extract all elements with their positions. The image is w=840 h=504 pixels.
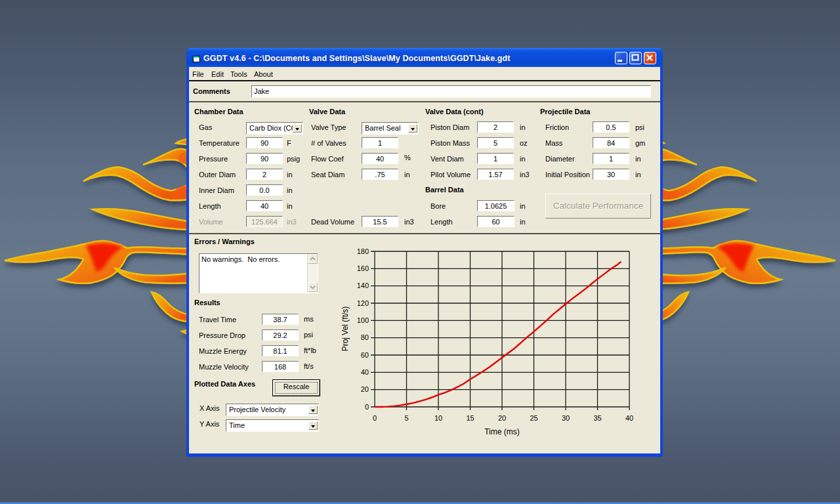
svg-text:40: 40 bbox=[361, 368, 369, 376]
svg-text:80: 80 bbox=[361, 333, 369, 341]
svg-text:10: 10 bbox=[434, 414, 442, 422]
svg-text:5: 5 bbox=[404, 414, 408, 422]
svg-text:20: 20 bbox=[498, 414, 506, 422]
svg-text:100: 100 bbox=[357, 316, 369, 324]
svg-text:140: 140 bbox=[357, 282, 369, 289]
svg-text:Proj Vel (ft/s): Proj Vel (ft/s) bbox=[341, 306, 350, 352]
svg-text:0: 0 bbox=[373, 414, 377, 422]
svg-text:60: 60 bbox=[361, 351, 369, 359]
svg-text:15: 15 bbox=[466, 414, 474, 422]
svg-text:25: 25 bbox=[530, 414, 537, 422]
svg-text:30: 30 bbox=[562, 414, 570, 422]
svg-text:40: 40 bbox=[625, 414, 633, 422]
svg-text:120: 120 bbox=[357, 299, 369, 307]
svg-text:Time (ms): Time (ms) bbox=[484, 427, 520, 436]
svg-text:35: 35 bbox=[593, 414, 601, 422]
svg-text:0: 0 bbox=[365, 403, 369, 411]
svg-text:160: 160 bbox=[357, 264, 369, 272]
svg-text:20: 20 bbox=[361, 385, 369, 393]
svg-text:180: 180 bbox=[357, 247, 369, 255]
